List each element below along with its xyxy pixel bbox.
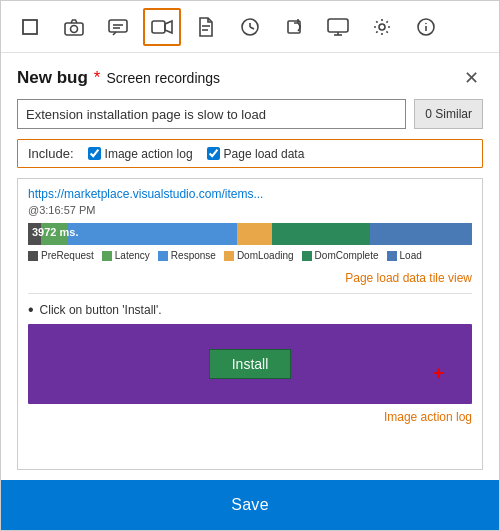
legend-prerequest-label: PreRequest	[41, 250, 94, 261]
legend-load: Load	[387, 250, 422, 261]
page-load-data-checkbox[interactable]	[207, 147, 220, 160]
bar-chart: 3972 ms.	[28, 223, 472, 245]
crop-rotate-icon[interactable]	[275, 8, 313, 46]
page-icon[interactable]	[187, 8, 225, 46]
camera-icon[interactable]	[55, 8, 93, 46]
legend-latency-label: Latency	[115, 250, 150, 261]
include-label: Include:	[28, 146, 74, 161]
bar-chart-container: 3972 ms.	[28, 221, 472, 245]
bar-legend: PreRequest Latency Response DomLoading	[28, 250, 472, 261]
response-bar	[68, 223, 237, 245]
cursor-cross-icon: +	[433, 364, 444, 382]
comment-icon[interactable]	[99, 8, 137, 46]
close-button[interactable]: ✕	[460, 67, 483, 89]
svg-rect-3	[109, 20, 127, 32]
action-step: • Click on button 'Install'.	[28, 302, 472, 318]
gear-icon[interactable]	[363, 8, 401, 46]
page-load-data-label: Page load data	[224, 147, 305, 161]
screenshot-area: Install +	[28, 324, 472, 404]
legend-prerequest: PreRequest	[28, 250, 94, 261]
legend-domloading: DomLoading	[224, 250, 294, 261]
legend-latency-color	[102, 251, 112, 261]
legend-load-color	[387, 251, 397, 261]
image-action-log-label: Image action log	[105, 147, 193, 161]
clock-icon[interactable]	[231, 8, 269, 46]
save-button[interactable]: Save	[231, 496, 269, 514]
legend-latency: Latency	[102, 250, 150, 261]
page-load-data-checkbox-group: Page load data	[207, 147, 305, 161]
domloading-bar	[237, 223, 273, 245]
legend-domcomplete-color	[302, 251, 312, 261]
legend-domloading-color	[224, 251, 234, 261]
search-input[interactable]	[17, 99, 406, 129]
legend-response-color	[158, 251, 168, 261]
svg-rect-0	[23, 20, 37, 34]
content-area: New bug * Screen recordings ✕ 0 Similar …	[1, 53, 499, 480]
square-icon[interactable]	[11, 8, 49, 46]
image-action-log-checkbox-group: Image action log	[88, 147, 193, 161]
svg-point-19	[425, 22, 427, 24]
svg-point-16	[379, 24, 385, 30]
page-title: New bug	[17, 68, 88, 88]
svg-point-2	[71, 25, 78, 32]
header-left: New bug * Screen recordings	[17, 68, 220, 88]
toolbar	[1, 1, 499, 53]
page-load-annotation-row: Page load data tile view	[28, 271, 472, 285]
image-log-annotation-row: Image action log	[28, 410, 472, 424]
svg-line-11	[250, 27, 254, 29]
svg-rect-6	[152, 21, 165, 33]
legend-load-label: Load	[400, 250, 422, 261]
bar-duration-label: 3972 ms.	[32, 226, 78, 238]
page-load-annotation: Page load data tile view	[345, 271, 472, 285]
bullet-point: •	[28, 302, 34, 318]
save-bar: Save	[1, 480, 499, 530]
domcomplete-bar	[272, 223, 370, 245]
page-load-link[interactable]: https://marketplace.visualstudio.com/ite…	[28, 187, 472, 201]
search-row: 0 Similar	[17, 99, 483, 129]
required-asterisk: *	[94, 68, 101, 88]
install-button-mock[interactable]: Install	[209, 349, 292, 379]
recordings-area: https://marketplace.visualstudio.com/ite…	[17, 178, 483, 470]
image-action-log-checkbox[interactable]	[88, 147, 101, 160]
load-bar	[370, 223, 472, 245]
include-section: Include: Image action log Page load data	[17, 139, 483, 168]
video-record-icon[interactable]	[143, 8, 181, 46]
header-row: New bug * Screen recordings ✕	[17, 67, 483, 89]
action-step-text: Click on button 'Install'.	[40, 303, 162, 317]
screen-recordings-label: Screen recordings	[106, 70, 220, 86]
similar-button[interactable]: 0 Similar	[414, 99, 483, 129]
legend-prerequest-color	[28, 251, 38, 261]
page-load-tile: https://marketplace.visualstudio.com/ite…	[28, 187, 472, 261]
tile-divider	[28, 293, 472, 294]
legend-response: Response	[158, 250, 216, 261]
main-window: New bug * Screen recordings ✕ 0 Similar …	[0, 0, 500, 531]
monitor-icon[interactable]	[319, 8, 357, 46]
legend-domloading-label: DomLoading	[237, 250, 294, 261]
svg-rect-13	[328, 19, 348, 32]
action-log-section: • Click on button 'Install'. Install + I…	[28, 302, 472, 424]
legend-domcomplete: DomComplete	[302, 250, 379, 261]
info-icon[interactable]	[407, 8, 445, 46]
image-action-log-annotation: Image action log	[384, 410, 472, 424]
legend-domcomplete-label: DomComplete	[315, 250, 379, 261]
legend-response-label: Response	[171, 250, 216, 261]
page-load-timestamp: @3:16:57 PM	[28, 204, 472, 216]
